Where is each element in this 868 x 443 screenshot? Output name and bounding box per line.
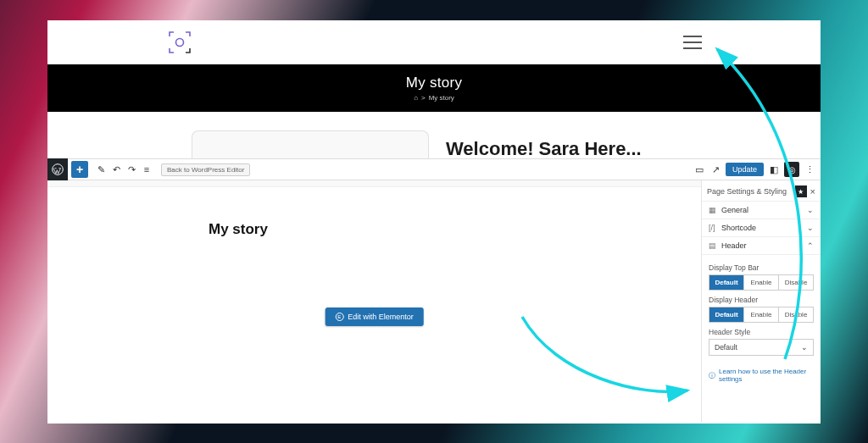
desktop-view-icon[interactable]: ▭	[693, 164, 706, 175]
panel-title: Page Settings & Styling	[707, 187, 787, 196]
header-style-select[interactable]: Default ⌄	[709, 339, 814, 356]
display-header-label: Display Header	[709, 296, 814, 304]
header-section-body: Display Top Bar Default Enable Disable D…	[702, 254, 821, 363]
welcome-heading: Welcome! Sara Here...	[446, 138, 642, 160]
chevron-down-icon: ⌄	[801, 343, 808, 352]
top-bar-default[interactable]: Default	[709, 275, 744, 290]
chevron-down-icon: ⌄	[807, 224, 814, 232]
display-header-toggle: Default Enable Disable	[709, 307, 814, 323]
header-style-label: Header Style	[709, 328, 814, 336]
display-top-bar-toggle: Default Enable Disable	[709, 274, 814, 291]
theme-settings-icon[interactable]: ◎	[784, 162, 799, 177]
app-frame: My story ⌂ > My story Welcome! Sara Here…	[47, 20, 821, 424]
edit-tool-icon[interactable]: ✎	[93, 164, 108, 175]
canvas-header-strip	[47, 180, 701, 187]
edit-with-elementor-button[interactable]: E Edit with Elementor	[325, 307, 424, 326]
close-panel-icon[interactable]: ×	[810, 186, 815, 197]
list-view-icon[interactable]: ≡	[139, 164, 154, 174]
more-menu-icon[interactable]: ⋮	[803, 164, 817, 175]
update-button[interactable]: Update	[726, 163, 764, 176]
header-disable[interactable]: Disable	[779, 307, 813, 322]
favorites-icon[interactable]: ★	[795, 186, 807, 197]
display-top-bar-label: Display Top Bar	[709, 263, 814, 272]
hamburger-menu-icon[interactable]	[683, 36, 702, 49]
accordion-header[interactable]: ▤Header ⌃	[702, 236, 821, 254]
content-card	[192, 130, 429, 160]
preview-icon[interactable]: ↗	[709, 164, 722, 175]
sidebar-toggle-icon[interactable]: ◧	[767, 164, 781, 175]
top-bar-enable[interactable]: Enable	[744, 275, 779, 290]
header-enable[interactable]: Enable	[744, 307, 779, 322]
elementor-icon: E	[335, 313, 343, 321]
back-to-editor-button[interactable]: Back to WordPress Editor	[161, 163, 250, 176]
breadcrumb-current: My story	[429, 94, 454, 102]
chevron-up-icon: ⌃	[807, 241, 814, 250]
editor-toolbar: + ✎ ↶ ↷ ≡ Back to WordPress Editor ▭ ↗ U…	[47, 158, 821, 180]
info-icon: ⓘ	[709, 371, 715, 380]
svg-point-0	[176, 39, 184, 47]
page-title: My story	[406, 75, 463, 91]
welcome-section: Welcome! Sara Here...	[47, 112, 821, 158]
help-link[interactable]: ⓘ Learn how to use the Header settings	[702, 363, 821, 388]
accordion-shortcode[interactable]: [/]Shortcode ⌄	[702, 219, 821, 236]
chevron-down-icon: ⌄	[807, 206, 814, 214]
page-hero: My story ⌂ > My story	[47, 64, 821, 112]
top-bar-disable[interactable]: Disable	[779, 275, 813, 290]
redo-icon[interactable]: ↷	[124, 164, 139, 175]
site-logo	[166, 29, 193, 56]
site-header	[47, 20, 821, 64]
accordion-general[interactable]: ▦General ⌄	[702, 201, 821, 219]
general-icon: ▦	[709, 206, 717, 214]
editor-body: My story E Edit with Elementor Page Sett…	[47, 180, 821, 423]
undo-icon[interactable]: ↶	[108, 164, 124, 175]
header-default[interactable]: Default	[709, 307, 744, 322]
canvas-page-title[interactable]: My story	[209, 221, 701, 238]
settings-panel: Page Settings & Styling ★ × ▦General ⌄ […	[702, 180, 821, 423]
header-icon: ▤	[709, 241, 717, 250]
add-block-button[interactable]: +	[71, 161, 88, 178]
shortcode-icon: [/]	[709, 224, 717, 232]
editor-canvas: My story E Edit with Elementor	[47, 180, 702, 423]
wordpress-logo[interactable]	[47, 158, 68, 180]
home-icon[interactable]: ⌂	[414, 94, 418, 102]
breadcrumb: ⌂ > My story	[414, 94, 454, 102]
